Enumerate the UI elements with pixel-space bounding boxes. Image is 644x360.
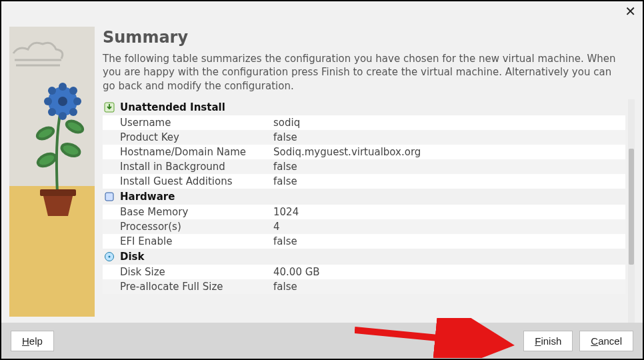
- section-rows: UsernamesodiqProduct KeyfalseHostname/Do…: [103, 115, 625, 189]
- section-heading: Unattended Install: [103, 99, 625, 115]
- row-label: EFI Enable: [120, 235, 273, 247]
- help-button[interactable]: Help: [11, 331, 54, 351]
- scrollbar-thumb[interactable]: [629, 149, 634, 265]
- row-label: Processor(s): [120, 221, 273, 233]
- row-label: Hostname/Domain Name: [120, 146, 273, 158]
- svg-point-3: [65, 119, 84, 135]
- section-rows: Disk Size40.00 GBPre-allocate Full Sizef…: [103, 265, 625, 294]
- section-title: Hardware: [120, 191, 175, 203]
- page-description: The following table summarizes the confi…: [103, 52, 616, 93]
- row-value: false: [273, 281, 297, 293]
- svg-point-0: [36, 151, 57, 169]
- summary-row: Product Keyfalse: [103, 130, 625, 145]
- row-label: Username: [120, 117, 273, 129]
- svg-point-5: [59, 83, 67, 91]
- cancel-button[interactable]: Cancel: [579, 331, 633, 351]
- summary-row: Processor(s)4: [103, 219, 625, 234]
- section-title: Disk: [120, 251, 145, 263]
- row-value: Sodiq.myguest.virtualbox.org: [273, 146, 421, 158]
- row-label: Disk Size: [120, 266, 273, 278]
- summary-row: Hostname/Domain NameSodiq.myguest.virtua…: [103, 145, 625, 159]
- wizard-window: ✕: [0, 0, 644, 360]
- row-label: Base Memory: [120, 206, 273, 218]
- row-value: 4: [273, 221, 280, 233]
- row-label: Install Guest Additions: [120, 175, 273, 187]
- row-value: false: [273, 161, 297, 173]
- section-heading: Disk: [103, 249, 625, 265]
- row-value: 1024: [273, 206, 299, 218]
- svg-point-2: [35, 125, 55, 141]
- svg-point-8: [73, 97, 81, 105]
- disk-icon: [104, 251, 115, 262]
- row-label: Install in Background: [120, 161, 273, 173]
- svg-point-6: [59, 112, 67, 120]
- svg-point-7: [44, 97, 52, 105]
- svg-point-10: [69, 87, 77, 95]
- svg-point-11: [48, 108, 56, 116]
- svg-point-12: [69, 108, 77, 116]
- summary-row: Install in Backgroundfalse: [103, 159, 625, 174]
- summary-row: EFI Enablefalse: [103, 234, 625, 249]
- row-value: false: [273, 131, 297, 143]
- summary-row: Install Guest Additionsfalse: [103, 174, 625, 189]
- row-label: Pre-allocate Full Size: [120, 281, 273, 293]
- summary-row: Disk Size40.00 GB: [103, 265, 625, 279]
- content-pane: Summary The following table summarizes t…: [103, 21, 635, 323]
- summary-row: Base Memory1024: [103, 205, 625, 219]
- finish-button[interactable]: Finish: [523, 331, 573, 351]
- svg-point-9: [48, 87, 56, 95]
- wizard-sidebar-illustration: [9, 27, 95, 317]
- plant-illustration: [9, 27, 95, 317]
- section-heading: Hardware: [103, 189, 625, 205]
- svg-point-1: [60, 142, 81, 159]
- scrollbar[interactable]: [628, 99, 635, 323]
- svg-point-18: [109, 255, 111, 257]
- summary-row: Pre-allocate Full Sizefalse: [103, 279, 625, 294]
- svg-rect-16: [105, 193, 113, 201]
- row-value: false: [273, 235, 297, 247]
- row-label: Product Key: [120, 131, 273, 143]
- summary-row: Usernamesodiq: [103, 115, 625, 130]
- titlebar: ✕: [1, 1, 643, 21]
- body: Summary The following table summarizes t…: [1, 21, 643, 323]
- row-value: sodiq: [273, 117, 300, 129]
- section-rows: Base Memory1024Processor(s)4EFI Enablefa…: [103, 205, 625, 249]
- section-title: Unattended Install: [120, 101, 225, 113]
- hardware-icon: [104, 191, 115, 202]
- svg-rect-14: [40, 189, 76, 196]
- page-title: Summary: [103, 28, 635, 47]
- summary-table: Unattended InstallUsernamesodiqProduct K…: [103, 99, 635, 323]
- svg-point-13: [58, 97, 67, 106]
- row-value: 40.00 GB: [273, 266, 320, 278]
- install-icon: [104, 102, 115, 113]
- close-icon[interactable]: ✕: [625, 5, 636, 18]
- row-value: false: [273, 175, 297, 187]
- footer: Help Finish Cancel: [1, 323, 643, 359]
